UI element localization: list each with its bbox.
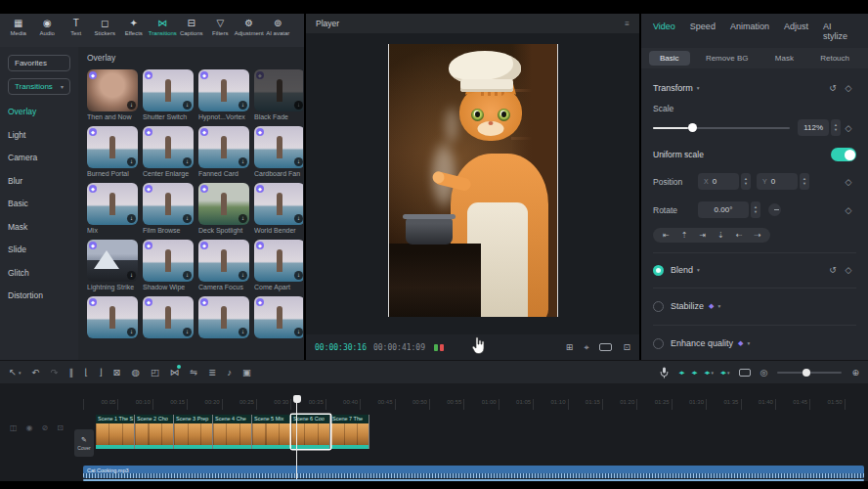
select-tool[interactable]: ↖ bbox=[9, 367, 21, 378]
keyframe-icon[interactable]: ◇ bbox=[841, 202, 856, 218]
Shadow Wipe[interactable]: ◆ ↓ Shadow Wipe bbox=[143, 240, 194, 291]
blend-checkbox[interactable] bbox=[653, 265, 664, 276]
rotate-value-box[interactable]: 0.00° bbox=[698, 201, 749, 218]
video-preview[interactable] bbox=[388, 44, 558, 317]
toolbar-tab[interactable]: ⊚ AI avatar bbox=[264, 18, 293, 37]
timeline-clip[interactable]: Scene 1 The S bbox=[96, 415, 135, 449]
World Bender[interactable]: ◆ ↓ World Bender bbox=[254, 183, 303, 235]
keyframe-icon[interactable]: ◇ bbox=[841, 174, 856, 190]
rotate-stepper[interactable]: ▲▼ bbox=[751, 201, 760, 218]
download-icon[interactable]: ↓ bbox=[127, 157, 136, 166]
properties-subtab[interactable]: Basic bbox=[649, 51, 690, 66]
sidebar-category-item[interactable]: Light bbox=[8, 130, 70, 140]
Then and Now[interactable]: ◆ ↓ Then and Now bbox=[87, 69, 138, 121]
zoom-slider-thumb[interactable] bbox=[803, 369, 810, 377]
toolbar-tab[interactable]: ⊟ Captions bbox=[177, 18, 206, 37]
download-icon[interactable]: ↓ bbox=[294, 101, 303, 110]
transition-thumbnail[interactable]: ◆ ↓ bbox=[198, 296, 249, 338]
section-checkbox[interactable] bbox=[653, 338, 664, 349]
position-y-stepper[interactable]: ▲▼ bbox=[800, 173, 809, 190]
chevron-down-icon[interactable]: ▾ bbox=[747, 340, 750, 346]
align-icon[interactable]: ⇤ bbox=[663, 231, 670, 240]
timeline-clip[interactable]: Scene 4 Che bbox=[213, 415, 252, 449]
Fanned Card[interactable]: ◆ ↓ Fanned Card bbox=[198, 126, 249, 178]
sidebar-category-item[interactable]: Mask bbox=[8, 222, 70, 232]
keyframe-icon[interactable]: ◇ bbox=[841, 120, 856, 136]
zoom-in-icon[interactable]: ⊕ bbox=[851, 368, 859, 378]
download-icon[interactable]: ↓ bbox=[239, 328, 247, 336]
download-icon[interactable]: ↓ bbox=[239, 214, 247, 223]
delete[interactable]: ⊠ bbox=[113, 367, 121, 378]
align-icon[interactable]: ⇢ bbox=[755, 231, 761, 240]
Center Enlarge[interactable]: ◆ ↓ Center Enlarge bbox=[143, 126, 194, 178]
transition-thumbnail[interactable]: ◆ ↓ bbox=[87, 240, 138, 282]
crop[interactable]: ◰ bbox=[151, 367, 159, 378]
microphone-icon[interactable] bbox=[660, 367, 669, 378]
track-mute[interactable]: ⊘ bbox=[42, 423, 49, 432]
align-icon[interactable]: ⇠ bbox=[736, 231, 743, 240]
Camera Focus[interactable]: ◆ ↓ Camera Focus bbox=[198, 240, 249, 291]
uniform-scale-toggle[interactable] bbox=[831, 148, 856, 161]
toolbar-tab[interactable]: ◉ Audio bbox=[33, 18, 63, 37]
properties-tab[interactable]: Video bbox=[653, 22, 675, 41]
track-visibility[interactable]: ◉ bbox=[26, 423, 33, 432]
properties-subtab[interactable]: Retouch bbox=[809, 51, 860, 66]
sidebar-category-item[interactable]: Glitch bbox=[8, 268, 70, 278]
undo[interactable]: ↶ bbox=[31, 367, 39, 378]
transition-thumbnail[interactable]: ◆ ↓ bbox=[254, 240, 303, 282]
download-icon[interactable]: ↓ bbox=[127, 101, 136, 110]
chevron-down-icon[interactable]: ▾ bbox=[717, 303, 720, 309]
Lightning Strike[interactable]: ◆ ↓ Lightning Strike bbox=[87, 240, 138, 291]
redo[interactable]: ↷ bbox=[50, 367, 58, 378]
trim-left[interactable]: ⌊ bbox=[84, 367, 88, 378]
download-icon[interactable]: ↓ bbox=[127, 214, 136, 223]
chevron-down-icon[interactable]: ▾ bbox=[697, 267, 700, 273]
Mix[interactable]: ◆ ↓ Mix bbox=[87, 183, 138, 235]
reset-icon[interactable]: ↺ bbox=[825, 80, 841, 96]
audio-clip[interactable]: Cat Cooking.mp3 bbox=[83, 466, 864, 478]
download-icon[interactable]: ↓ bbox=[183, 328, 192, 336]
transition-item[interactable]: ◆ ↓ bbox=[87, 296, 138, 348]
transition-thumbnail[interactable]: ◆ ↓ bbox=[87, 69, 138, 111]
download-icon[interactable]: ↓ bbox=[183, 271, 192, 280]
properties-subtab[interactable]: Mask bbox=[764, 51, 804, 66]
download-icon[interactable]: ↓ bbox=[183, 157, 192, 166]
transition-item[interactable]: ◆ ↓ bbox=[198, 296, 249, 348]
download-icon[interactable]: ↓ bbox=[294, 157, 303, 166]
quality-icon[interactable] bbox=[599, 343, 612, 351]
sidebar-category-item[interactable]: Blur bbox=[8, 176, 70, 186]
toolbar-tab[interactable]: T Text bbox=[62, 18, 91, 37]
properties-tab[interactable]: Adjust bbox=[784, 22, 808, 41]
Burned Portal[interactable]: ◆ ↓ Burned Portal bbox=[87, 126, 138, 178]
align-icon[interactable]: ⇣ bbox=[717, 231, 724, 240]
category-dropdown[interactable]: Transitions ▾ bbox=[8, 78, 70, 95]
properties-tab[interactable]: Speed bbox=[690, 22, 716, 41]
align-icon[interactable]: ⇡ bbox=[681, 231, 688, 240]
transition-thumbnail[interactable]: ◆ ↓ bbox=[254, 126, 303, 168]
download-icon[interactable]: ↓ bbox=[127, 328, 136, 336]
snapshot-icon[interactable]: ⌖ bbox=[584, 342, 588, 353]
rotate-dial[interactable] bbox=[768, 203, 781, 216]
split[interactable]: ∥ bbox=[68, 367, 73, 378]
track-record[interactable]: ◫ bbox=[10, 423, 18, 432]
timeline-clip[interactable]: Scene 2 Cho bbox=[135, 415, 174, 449]
download-icon[interactable]: ↓ bbox=[294, 214, 303, 223]
transition-thumbnail[interactable]: ◆ ↓ bbox=[87, 183, 138, 225]
timeline-clip[interactable]: Scene 5 Mix bbox=[252, 415, 291, 449]
align-icon[interactable]: ⇥ bbox=[699, 231, 706, 240]
adjust-levels[interactable]: ≣ bbox=[208, 367, 216, 378]
transition-thumbnail[interactable]: ◆ ↓ bbox=[198, 126, 249, 168]
preview-axis-toggle[interactable]: ◂▸ bbox=[720, 369, 729, 377]
transition-thumbnail[interactable]: ◆ ↓ bbox=[198, 183, 249, 225]
Cardboard Fan[interactable]: ◆ ↓ Cardboard Fan bbox=[254, 126, 303, 178]
sidebar-category-item[interactable]: Camera bbox=[8, 153, 70, 162]
sidebar-category-item[interactable]: Overlay bbox=[8, 107, 70, 116]
transition-thumbnail[interactable]: ◆ ↓ bbox=[254, 183, 303, 225]
download-icon[interactable]: ↓ bbox=[127, 271, 136, 280]
transition-thumbnail[interactable]: ◆ ↓ bbox=[143, 296, 194, 338]
toolbar-tab[interactable]: ◻ Stickers bbox=[91, 18, 120, 37]
download-icon[interactable]: ↓ bbox=[183, 214, 192, 223]
download-icon[interactable]: ↓ bbox=[239, 271, 247, 280]
favorites-button[interactable]: Favorites bbox=[8, 55, 70, 71]
keyframe-icon[interactable]: ◇ bbox=[841, 80, 856, 96]
